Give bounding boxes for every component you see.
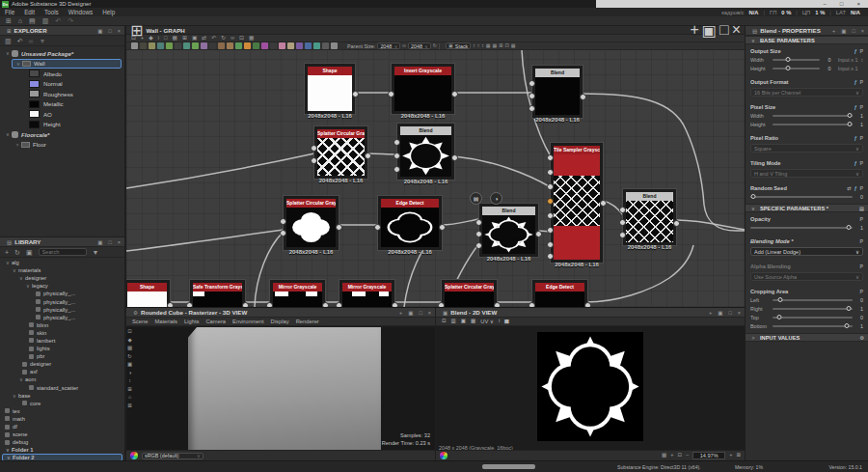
edit-icon[interactable]: ▣	[26, 249, 33, 256]
library-item[interactable]: axf	[0, 368, 124, 375]
node-palette-icon[interactable]	[287, 42, 294, 49]
preset-icon[interactable]: P	[860, 48, 863, 54]
graph-canvas[interactable]: Shape 2048x2048 - L16 Invert Grayscale 2…	[126, 50, 746, 307]
library-item[interactable]: debug	[0, 438, 124, 446]
pixel-width-slider[interactable]	[773, 115, 853, 117]
random-seed-slider[interactable]	[750, 196, 853, 198]
input-port[interactable]	[438, 302, 445, 307]
crop-right-slider[interactable]	[773, 308, 853, 310]
link-create-icon[interactable]: ⊞	[182, 36, 187, 42]
menu-environment[interactable]: Environment	[232, 319, 264, 324]
input-port[interactable]	[475, 242, 482, 249]
close-icon[interactable]: ×	[428, 310, 431, 316]
tree-item-output-albedo[interactable]: Albedo	[0, 69, 124, 79]
input-port[interactable]	[393, 139, 400, 146]
node-palette-icon[interactable]	[218, 42, 225, 49]
link-size-icon[interactable]: ∞	[402, 43, 406, 48]
view3d-tool-icon[interactable]: ↕	[128, 378, 131, 384]
preset-icon[interactable]: P	[860, 79, 863, 85]
node-blend[interactable]: Blend 2048x2048 - L16	[397, 124, 454, 180]
node-palette-icon[interactable]	[235, 42, 242, 49]
menu-display[interactable]: Display	[271, 319, 289, 324]
add-icon[interactable]: +	[5, 249, 9, 256]
open-icon[interactable]: ▤	[29, 17, 36, 24]
undo-icon[interactable]: ↶	[55, 17, 61, 24]
expose-icon[interactable]: ƒ	[854, 160, 857, 166]
preset-icon[interactable]: P	[860, 185, 863, 191]
color-profile-icon[interactable]	[440, 452, 448, 459]
input-port[interactable]	[280, 230, 286, 236]
input-port[interactable]	[547, 169, 554, 176]
snap-icon[interactable]: ▦	[511, 43, 516, 48]
transform-icon[interactable]: +	[670, 453, 673, 458]
input-port[interactable]	[393, 166, 400, 173]
preset-icon[interactable]: P	[860, 104, 863, 110]
crop-left-slider[interactable]	[773, 299, 853, 301]
input-port[interactable]	[475, 219, 482, 226]
align-vertical-icon[interactable]: ↕	[473, 43, 475, 48]
output-port[interactable]	[167, 302, 174, 307]
node-palette-icon[interactable]	[192, 42, 199, 49]
input-port[interactable]	[529, 80, 535, 87]
doc-icon[interactable]: ▤	[859, 206, 864, 211]
input-port[interactable]	[529, 302, 535, 307]
lock-zoom-icon[interactable]: ⊠	[736, 453, 741, 458]
input-port[interactable]	[547, 253, 554, 260]
node-shape[interactable]: Shape	[126, 280, 170, 307]
reload-icon[interactable]: ↻	[221, 36, 226, 42]
parent-size-width-select[interactable]: 2048∨	[377, 42, 400, 49]
input-port[interactable]	[374, 224, 381, 231]
node-splatter-circular[interactable]: Splatter Circular Grayscale 2048x2048 - …	[314, 126, 367, 179]
output-port[interactable]	[494, 302, 501, 307]
snapshot-icon[interactable]: ◆	[149, 36, 152, 42]
graph-tab[interactable]: Wall - GRAPH	[146, 27, 184, 34]
focus-icon[interactable]: ⊡	[239, 36, 244, 42]
input-port[interactable]	[186, 302, 193, 307]
close-icon[interactable]: ×	[732, 21, 741, 39]
node-edge-detect[interactable]: Edge Detect	[532, 280, 587, 307]
section-specific-parameters[interactable]: ∨ SPECIFIC PARAMETERS * ▤	[746, 204, 868, 212]
library-item[interactable]: physically_...	[0, 306, 124, 314]
refresh-icon[interactable]: ↻	[14, 249, 20, 256]
node-palette-icon[interactable]	[201, 42, 207, 49]
align-top-icon[interactable]: ↕	[477, 43, 480, 48]
zoom-level-input[interactable]	[692, 452, 725, 459]
reset-size-icon[interactable]: ↻	[433, 43, 437, 48]
zoom-in-icon[interactable]: +	[729, 453, 732, 458]
input-port[interactable]	[547, 183, 554, 190]
tiling-icon[interactable]: ▦	[471, 319, 475, 324]
library-item[interactable]: designer	[0, 360, 124, 368]
tree-item-output-metallic[interactable]: Metallic	[0, 99, 124, 110]
height-slider[interactable]	[773, 68, 820, 69]
input-port[interactable]	[311, 145, 317, 152]
output-port[interactable]	[584, 302, 591, 307]
opacity-slider[interactable]	[750, 227, 853, 229]
library-item[interactable]: core	[0, 400, 124, 407]
input-port[interactable]	[266, 302, 273, 307]
node-palette-icon[interactable]	[157, 42, 164, 49]
save-image-icon[interactable]: ▥	[451, 319, 456, 324]
link-wh-icon[interactable]: ↕	[860, 57, 863, 63]
move-icon[interactable]: +	[141, 36, 144, 42]
library-item[interactable]: pbr	[0, 352, 124, 360]
float-icon[interactable]: ▣	[718, 310, 722, 316]
maximize-icon[interactable]: □	[852, 28, 854, 34]
menu-windows[interactable]: Windows	[68, 9, 94, 15]
library-item[interactable]: df	[0, 423, 124, 430]
library-item[interactable]: physically_...	[0, 297, 124, 305]
menu-lights[interactable]: Lights	[184, 319, 199, 324]
tree-item-package[interactable]: ∨ Unsaved Package*	[0, 48, 124, 59]
color-profile-icon[interactable]	[130, 452, 138, 459]
menu-file[interactable]: File	[5, 9, 14, 15]
node-palette-icon[interactable]	[296, 42, 303, 49]
pixel-height-slider[interactable]	[773, 124, 853, 125]
stack-button[interactable]: ▣Stack	[446, 42, 471, 49]
node-palette-icon[interactable]	[175, 42, 181, 49]
float-icon[interactable]: ▣	[97, 239, 102, 245]
maximize-button[interactable]: □	[840, 1, 844, 7]
node-shape[interactable]: Shape 2048x2048 - L16	[305, 64, 355, 114]
view3d-tool-icon[interactable]: ⊠	[127, 403, 132, 409]
view3d-tool-icon[interactable]: ◆	[127, 338, 131, 344]
float-icon[interactable]: ▣	[702, 21, 717, 40]
library-item[interactable]: ∨designer	[0, 274, 124, 282]
